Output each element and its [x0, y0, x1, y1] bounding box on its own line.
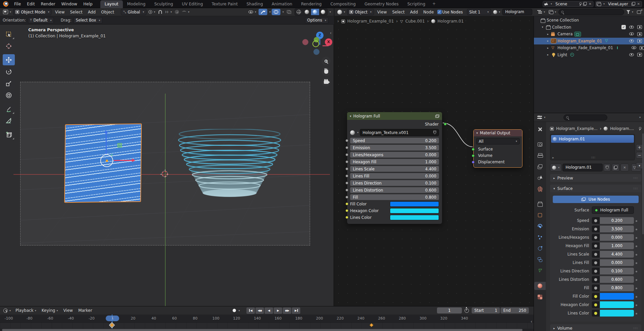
timeline-menu-item[interactable]: Playback: [13, 307, 39, 314]
grip-icon[interactable]: ∷∷: [634, 327, 638, 330]
properties-tab[interactable]: [535, 267, 545, 275]
object-name[interactable]: Camera: [557, 32, 573, 36]
shader-type-dropdown[interactable]: Object▾: [347, 9, 374, 15]
properties-tab[interactable]: [535, 233, 545, 241]
color-input-socket[interactable]: [345, 202, 348, 205]
node-input-row[interactable]: Lines Scale 4.400: [350, 166, 439, 172]
properties-options-chevron[interactable]: ▾: [639, 116, 641, 119]
grip-icon[interactable]: ∷∷: [634, 176, 638, 180]
workspace-tab[interactable]: Compositing: [326, 0, 360, 8]
workspace-tab[interactable]: UV Editing: [177, 0, 207, 8]
sidebar-collapse-arrow[interactable]: ‹: [330, 31, 332, 35]
properties-tab[interactable]: [535, 152, 545, 160]
use-nodes-button[interactable]: Use Nodes: [553, 196, 639, 203]
nav-axis-y-neg[interactable]: [312, 40, 319, 47]
transform-tool[interactable]: [3, 90, 15, 101]
material-slot-row[interactable]: Hologram.01: [551, 135, 634, 143]
animate-decorator[interactable]: [634, 227, 639, 231]
animate-decorator[interactable]: [634, 218, 639, 223]
output-input-row[interactable]: Surface: [474, 146, 522, 153]
nav-axis-x[interactable]: X: [325, 38, 332, 46]
shading-rendered-button[interactable]: [319, 9, 327, 15]
close-icon[interactable]: ✕: [637, 2, 641, 6]
scene-selector[interactable]: ▾ Scene ✕: [543, 1, 594, 7]
jump-to-start-button[interactable]: ◀: [246, 307, 255, 314]
hide-viewport-toggle[interactable]: [629, 39, 634, 43]
viewlayer-name[interactable]: ViewLayer: [606, 2, 630, 6]
drag-dropdown[interactable]: Select Box▾: [73, 17, 103, 24]
scene-name[interactable]: Scene: [553, 2, 577, 6]
material-output-node[interactable]: ▾ Material Output All▾ Surface Volume: [473, 129, 522, 168]
hide-render-toggle[interactable]: [637, 32, 642, 36]
node-input-row[interactable]: Lines/Hexagons 0.000: [350, 152, 439, 158]
viewport-menu-item[interactable]: Select: [67, 9, 85, 15]
properties-tab[interactable]: [535, 293, 545, 301]
menubar-item[interactable]: Edit: [24, 1, 38, 7]
hide-viewport-toggle[interactable]: [629, 32, 634, 36]
orientation-dropdown[interactable]: ⤒ Default▾: [28, 17, 54, 24]
menubar-item[interactable]: Window: [58, 1, 80, 7]
viewlayer-selector[interactable]: ▾ ViewLayer ✕: [595, 1, 642, 7]
viewport-menu-item[interactable]: Add: [85, 9, 98, 15]
param-socket-button[interactable]: [592, 226, 600, 232]
node-editor-menu-item[interactable]: View: [375, 9, 389, 15]
animate-decorator[interactable]: [634, 286, 639, 290]
node-input-row[interactable]: Fill 0.800: [350, 194, 439, 200]
new-material-button[interactable]: [612, 164, 619, 171]
param-socket-button[interactable]: [592, 242, 600, 249]
measure-tool[interactable]: [3, 115, 15, 126]
node-input-row[interactable]: Speed 0.200: [350, 138, 439, 143]
input-socket[interactable]: [345, 153, 348, 156]
show-gizmo-toggle[interactable]: [259, 9, 267, 15]
properties-tab[interactable]: [535, 211, 545, 219]
viewport-menu-item[interactable]: Object: [98, 9, 117, 15]
properties-tab[interactable]: [535, 200, 545, 208]
animate-decorator[interactable]: [634, 311, 639, 316]
properties-tab[interactable]: [535, 174, 545, 182]
color-swatch[interactable]: [390, 201, 439, 207]
input-socket[interactable]: [345, 139, 348, 142]
material-browse-button[interactable]: ▾: [550, 164, 562, 171]
expander-icon[interactable]: ▾: [541, 26, 544, 29]
animate-decorator[interactable]: [634, 235, 639, 240]
param-socket-button[interactable]: [592, 276, 600, 283]
timeline-ruler[interactable]: -100-80-60-40-20120406080100120140160180…: [0, 315, 534, 323]
node-editor-canvas[interactable]: › Hologram_Example_01 › ▽ Cube.001 › Hol…: [334, 16, 534, 306]
blender-logo-icon[interactable]: [3, 1, 8, 7]
animate-decorator[interactable]: [634, 302, 639, 307]
next-keyframe-button[interactable]: ◆▶: [283, 307, 291, 314]
grip-icon[interactable]: ∷∷: [591, 156, 595, 159]
pivot-point-button[interactable]: ▾: [147, 9, 157, 15]
mode-dropdown[interactable]: Object Mode▾: [13, 9, 52, 15]
animate-decorator[interactable]: [634, 269, 639, 273]
object-name[interactable]: Scene Collection: [547, 18, 579, 23]
node-editor-menu-item[interactable]: Node: [420, 9, 436, 15]
add-cube-tool[interactable]: [3, 129, 15, 140]
workspace-tab[interactable]: Modeling: [123, 0, 150, 8]
animate-decorator[interactable]: [634, 243, 639, 248]
gizmo-plane-handle[interactable]: [117, 143, 122, 147]
param-value-slider[interactable]: 1.000: [600, 242, 634, 249]
outliner-row[interactable]: ▸ Light ✓: [534, 52, 644, 59]
workspace-tab[interactable]: Texture Paint: [207, 0, 242, 8]
workspace-tab[interactable]: Animation: [267, 0, 297, 8]
color-swatch[interactable]: [600, 310, 634, 317]
output-target-dropdown[interactable]: All▾: [476, 138, 520, 144]
outliner-search[interactable]: [558, 9, 624, 15]
color-input-socket[interactable]: [345, 209, 348, 212]
gizmo-z-arrow[interactable]: [106, 133, 107, 154]
keying-dropdown[interactable]: ▾: [238, 309, 240, 312]
annotate-tool[interactable]: [3, 103, 15, 114]
nav-axis-z-neg[interactable]: [313, 49, 319, 55]
input-socket[interactable]: [345, 196, 348, 199]
shading-dropdown[interactable]: ▾: [330, 10, 331, 13]
node-header[interactable]: ▾ Material Output: [474, 130, 522, 136]
animate-decorator[interactable]: [634, 252, 639, 257]
timeline-menu-item[interactable]: Keying: [39, 307, 61, 314]
param-socket-button[interactable]: [592, 217, 600, 224]
input-socket[interactable]: [345, 174, 348, 177]
animate-decorator[interactable]: [634, 277, 639, 282]
breadcrumb-object[interactable]: Hologram_Example...: [556, 126, 598, 131]
workspace-tab[interactable]: Rendering: [297, 0, 326, 8]
param-value-slider[interactable]: 0.000: [600, 234, 634, 241]
